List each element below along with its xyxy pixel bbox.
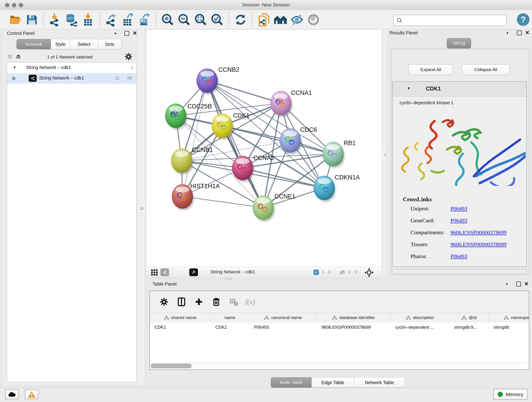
crosslink-value[interactable]: 9606.ENSP00000378699 [450, 241, 507, 248]
column-header-description[interactable]: description [391, 313, 450, 322]
hidden-eye-icon[interactable] [339, 269, 346, 275]
delete-columns-icon[interactable] [210, 296, 222, 308]
collapse-triangle-icon[interactable]: ▼ [407, 86, 411, 90]
cdk1-result-card: ▼ CDK1 cyclin–dependent kinase 1 CrossLi… [392, 81, 527, 267]
tab-select[interactable]: Select [70, 39, 98, 49]
toolbar-separator [43, 13, 44, 27]
panel-float-icon[interactable] [124, 31, 129, 36]
network-canvas[interactable]: CCNB2CCNA1CDC25BCDK1CDC6RB1CCNB1CCNA2CDK… [146, 30, 382, 267]
cell[interactable]: 9606.ENSP00000378699 [317, 322, 391, 332]
tab-sets[interactable]: Sets [98, 39, 121, 49]
string-view-badge-icon[interactable] [160, 268, 169, 276]
hide-selected-icon[interactable] [290, 13, 304, 27]
cell[interactable]: P06493 [249, 322, 317, 332]
selected-checkbox-icon[interactable]: ✓ [313, 269, 319, 275]
cell[interactable]: cyclin–dependent ... [391, 322, 450, 332]
collapse-triangle-icon[interactable]: ▼ [13, 65, 16, 69]
column-header-database-identifier[interactable]: database identifier [317, 313, 391, 322]
panel-close-icon[interactable]: × [133, 31, 137, 35]
delete-table-icon [228, 296, 240, 308]
detach-view-icon[interactable] [189, 268, 198, 276]
crosslink-value[interactable]: P06493 [450, 206, 467, 212]
export-network-icon[interactable] [104, 13, 118, 27]
scrollbar-thumb[interactable] [151, 364, 192, 368]
column-header-name[interactable]: name [211, 313, 249, 322]
column-header-label: shared name [171, 315, 196, 320]
open-session-icon[interactable] [8, 13, 22, 27]
cell[interactable]: stringdb:9... [450, 322, 489, 332]
column-header-namespace[interactable]: namespace [489, 313, 529, 322]
crosslink-label: Tissues: [411, 241, 428, 248]
save-session-icon[interactable] [25, 13, 38, 27]
shared-column-icon [164, 316, 169, 320]
function-builder-button: f(x) [245, 296, 255, 308]
show-starter-panel-icon[interactable] [273, 13, 287, 27]
network-collection-row[interactable]: ▼ String Network – cdk1 1 [7, 63, 136, 73]
crosslink-value[interactable]: P06493 [450, 253, 467, 259]
column-header-canonical-name[interactable]: canonical name [249, 313, 317, 322]
crosslink-row: Compartments:9606.ENSP00000378699 [393, 230, 526, 241]
zoom-out-icon[interactable] [177, 13, 191, 27]
expand-all-button[interactable]: Expand All [408, 64, 453, 75]
crosslink-value[interactable]: P06493 [450, 217, 467, 224]
help-button[interactable]: ? [517, 13, 530, 26]
panel-close-icon[interactable]: × [525, 31, 529, 35]
shared-column-icon [504, 316, 509, 320]
memory-button[interactable]: Memory [494, 389, 527, 400]
crosslink-label: Pharos: [411, 253, 427, 259]
cdk1-card-header[interactable]: ▼ CDK1 [393, 82, 526, 97]
network-selection-info: 1 of 1 Network selected [2, 55, 138, 60]
cell[interactable]: stringdb [489, 322, 529, 332]
tab-network-table[interactable]: Network Table [354, 377, 405, 388]
memory-status-dot [498, 392, 503, 397]
zoom-in-icon[interactable] [161, 13, 175, 27]
tab-style[interactable]: Style [51, 39, 70, 49]
table-row[interactable]: CDK1CDK1P064939606.ENSP00000378699cyclin… [150, 322, 529, 332]
apply-preferred-layout-icon[interactable] [234, 13, 247, 27]
highlight-icon[interactable] [307, 13, 320, 27]
network-options-gear-icon[interactable] [124, 52, 133, 61]
network-view-title: String Network – cdk1 [210, 269, 255, 274]
horizontal-scrollbar[interactable] [150, 362, 529, 370]
shared-column-icon [462, 316, 467, 320]
column-header-shared-name[interactable]: shared name [150, 313, 211, 322]
export-image-icon[interactable] [138, 13, 151, 27]
left-splitter-grip[interactable] [138, 204, 145, 212]
cell[interactable]: CDK1 [150, 322, 211, 332]
column-header--id[interactable]: @id [450, 313, 489, 322]
panel-close-icon[interactable]: × [525, 282, 528, 286]
panel-float-icon[interactable] [516, 282, 521, 287]
panel-menu-icon[interactable]: ▼ [114, 32, 117, 35]
warnings-button[interactable] [25, 390, 38, 399]
crosslink-value[interactable]: 9606.ENSP00000378699 [450, 230, 507, 236]
panel-menu-icon[interactable]: ▼ [505, 282, 508, 286]
tab-node-table[interactable]: Node Table [271, 377, 312, 388]
collapse-all-button[interactable]: Collapse All [462, 64, 510, 75]
show-columns-icon[interactable] [176, 296, 187, 308]
network-label: String Network – cdk1 [39, 75, 84, 81]
search-input[interactable] [403, 18, 506, 23]
network-view-toolbar: String Network – cdk1 ✓ 1 - 0 0 - 0 [146, 267, 382, 278]
crosslink-label: Compartments: [411, 230, 444, 236]
cell[interactable]: CDK1 [211, 322, 249, 332]
control-panel-tabs: Network Style Select Sets [17, 39, 121, 49]
birdseye-crosshair-icon[interactable] [364, 268, 374, 277]
panel-float-icon[interactable] [517, 31, 522, 35]
tab-string[interactable]: String [447, 38, 471, 48]
table-options-gear-icon[interactable] [158, 296, 170, 308]
create-column-icon[interactable] [193, 296, 205, 308]
import-table-from-file-icon[interactable] [81, 13, 95, 27]
import-network-from-database-icon[interactable] [65, 13, 78, 27]
table-header-row: shared namenamecanonical namedatabase id… [150, 313, 529, 323]
tab-network[interactable]: Network [17, 39, 51, 49]
grid-mode-icon[interactable] [150, 268, 158, 276]
network-row-selected[interactable]: String Network – cdk1 11 48 [7, 73, 136, 84]
zoom-selected-region-icon[interactable] [210, 13, 224, 27]
clone-network-icon[interactable] [257, 13, 271, 27]
tab-edge-table[interactable]: Edge Table [312, 377, 354, 388]
zoom-fit-content-icon[interactable] [194, 13, 208, 27]
panel-menu-icon[interactable]: ▼ [506, 31, 509, 35]
import-network-from-file-icon[interactable] [48, 13, 62, 27]
export-table-icon[interactable] [121, 13, 135, 27]
cloud-button[interactable] [5, 390, 19, 399]
